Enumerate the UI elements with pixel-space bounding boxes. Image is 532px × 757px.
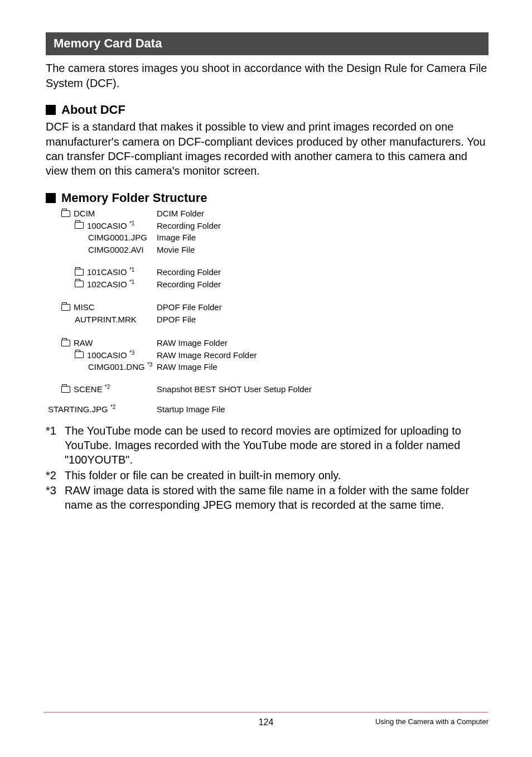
folder-icon: [75, 351, 84, 358]
folder-icon: [61, 304, 70, 311]
footer-right-text: Using the Camera with a Computer: [375, 717, 489, 726]
tree-row-raw: RAW RAW Image Folder: [48, 337, 489, 349]
tree-name: RAW: [74, 337, 93, 349]
about-dcf-title: About DCF: [61, 103, 125, 117]
tree-desc: DPOF File: [157, 314, 196, 326]
tree-row-starting: STARTING.JPG *2 Startup Image File: [48, 403, 489, 416]
tree-name: 102CASIO *1: [87, 278, 134, 291]
folder-icon: [75, 222, 84, 229]
tree-name: 100CASIO *1: [87, 220, 134, 232]
tree-name: SCENE *2: [74, 383, 110, 396]
folder-icon: [61, 340, 70, 346]
tree-row-misc: MISC DPOF File Folder: [48, 301, 489, 314]
tree-row-scene: SCENE *2 Snapshot BEST SHOT User Setup F…: [48, 383, 489, 396]
tree-desc: RAW Image Folder: [157, 337, 228, 349]
tree-name: DCIM: [74, 208, 95, 220]
tree-desc: RAW Image Record Folder: [157, 349, 257, 361]
intro-text: The camera stores images you shoot in ac…: [46, 61, 489, 90]
note-text: The YouTube mode can be used to record m…: [65, 423, 489, 467]
tree-name: MISC: [74, 301, 95, 314]
tree-desc: DCIM Folder: [157, 208, 204, 220]
square-bullet-icon: [46, 105, 56, 115]
folder-structure-heading: Memory Folder Structure: [46, 191, 489, 205]
tree-row-cimg0002: CIMG0002.AVI Movie File: [48, 244, 489, 256]
tree-desc: RAW Image File: [157, 361, 217, 373]
tree-name: STARTING.JPG *2: [48, 403, 115, 416]
tree-row-autprint: AUTPRINT.MRK DPOF File: [48, 314, 489, 326]
folder-icon: [61, 386, 70, 393]
tree-row-101casio: 101CASIO *1 Recording Folder: [48, 266, 489, 278]
folder-icon: [75, 269, 84, 276]
tree-desc: Startup Image File: [157, 403, 225, 416]
note-2: *2 This folder or file can be created in…: [46, 468, 489, 483]
tree-name: CIMG001.DNG *3: [88, 361, 152, 373]
tree-desc: Recording Folder: [157, 278, 221, 291]
tree-row-raw-img: CIMG001.DNG *3 RAW Image File: [48, 361, 489, 373]
page-footer: 124 Using the Camera with a Computer: [43, 712, 489, 726]
note-1: *1 The YouTube mode can be used to recor…: [46, 423, 489, 467]
tree-name: 100CASIO *3: [87, 349, 134, 361]
tree-name: CIMG0001.JPG: [88, 232, 147, 244]
section-header: Memory Card Data: [46, 32, 489, 55]
tree-row-raw-100casio: 100CASIO *3 RAW Image Record Folder: [48, 349, 489, 361]
note-3: *3 RAW image data is stored with the sam…: [46, 483, 489, 513]
folder-icon: [61, 210, 70, 217]
tree-name: CIMG0002.AVI: [88, 244, 144, 256]
page-number: 124: [259, 717, 274, 727]
tree-name: 101CASIO *1: [87, 266, 134, 278]
folder-icon: [75, 281, 84, 287]
tree-desc: Movie File: [157, 244, 195, 256]
tree-name: AUTPRINT.MRK: [75, 314, 137, 326]
about-dcf-text: DCF is a standard that makes it possible…: [46, 119, 489, 179]
note-mark: *3: [46, 483, 65, 513]
about-dcf-heading: About DCF: [46, 103, 489, 117]
note-mark: *2: [46, 468, 65, 483]
tree-row-100casio: 100CASIO *1 Recording Folder: [48, 220, 489, 232]
square-bullet-icon: [46, 193, 56, 203]
folder-tree: DCIM DCIM Folder 100CASIO *1 Recording F…: [46, 208, 489, 416]
notes: *1 The YouTube mode can be used to recor…: [46, 423, 489, 513]
tree-desc: Recording Folder: [157, 266, 221, 278]
tree-desc: DPOF File Folder: [157, 301, 222, 314]
tree-desc: Snapshot BEST SHOT User Setup Folder: [157, 383, 312, 396]
folder-structure-title: Memory Folder Structure: [61, 191, 207, 205]
tree-desc: Recording Folder: [157, 220, 221, 232]
note-text: This folder or file can be created in bu…: [65, 468, 489, 483]
tree-row-dcim: DCIM DCIM Folder: [48, 208, 489, 220]
note-mark: *1: [46, 423, 65, 467]
tree-row-cimg0001: CIMG0001.JPG Image File: [48, 232, 489, 244]
tree-row-102casio: 102CASIO *1 Recording Folder: [48, 278, 489, 291]
note-text: RAW image data is stored with the same f…: [65, 483, 489, 513]
tree-desc: Image File: [157, 232, 196, 244]
